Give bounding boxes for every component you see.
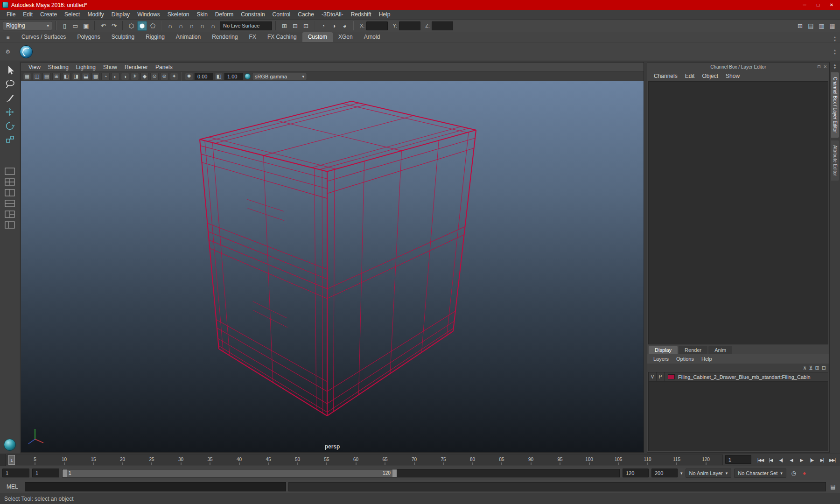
- menu-control[interactable]: Control: [269, 10, 294, 19]
- script-editor-icon[interactable]: ▤: [828, 482, 838, 491]
- playback-end-field[interactable]: 120: [623, 469, 649, 477]
- scroll-down-icon[interactable]: ▼: [833, 52, 837, 55]
- sidebar-tab-channel-box-layer-editor[interactable]: Channel Box / Layer Editor: [831, 72, 839, 138]
- menu-help[interactable]: Help: [375, 10, 394, 19]
- create-empty-layer-icon[interactable]: ⊞: [815, 365, 819, 371]
- layer-menu-layers[interactable]: Layers: [650, 356, 672, 362]
- layout-three-pane-split[interactable]: [3, 210, 17, 219]
- channel-box-menu-show[interactable]: Show: [722, 72, 743, 80]
- current-frame-field[interactable]: 1: [725, 455, 751, 464]
- camera-attributes-icon[interactable]: ▤: [42, 73, 51, 80]
- shelf-tab-animation[interactable]: Animation: [170, 32, 206, 42]
- layout-single-pane[interactable]: [3, 167, 17, 176]
- gamma-icon[interactable]: ◧: [215, 73, 223, 80]
- playback-start-field[interactable]: 1: [32, 469, 59, 477]
- menu-edit[interactable]: Edit: [19, 10, 36, 19]
- shelf-scrollers[interactable]: ▲ ▼: [830, 49, 840, 55]
- viewport-menu-lighting[interactable]: Lighting: [72, 63, 99, 71]
- film-gate-icon[interactable]: ◔: [101, 73, 110, 80]
- exposure-icon[interactable]: ✹: [185, 73, 193, 80]
- snap-to-curve-icon[interactable]: ∩: [176, 21, 186, 31]
- two-d-pan-zoom-icon[interactable]: ◨: [72, 73, 80, 80]
- menu-select[interactable]: Select: [61, 10, 84, 19]
- scale-tool[interactable]: [2, 133, 17, 147]
- new-scene-icon[interactable]: ▯: [60, 21, 70, 31]
- shelf-tab-rendering[interactable]: Rendering: [206, 32, 243, 42]
- character-set-dropdown[interactable]: No Character Set ▾: [734, 469, 786, 478]
- layer-playback-toggle[interactable]: P: [657, 372, 665, 381]
- layer-menu-help[interactable]: Help: [698, 356, 716, 362]
- layer-menu-options[interactable]: Options: [672, 356, 698, 362]
- layer-visibility-toggle[interactable]: V: [649, 372, 657, 381]
- shelf-tab-fx[interactable]: FX: [244, 32, 262, 42]
- screen-space-ao-icon[interactable]: ⊙: [150, 73, 159, 80]
- layout-outliner-persp[interactable]: [3, 220, 17, 230]
- shelf-gear-icon[interactable]: ⚙: [0, 42, 16, 61]
- command-input[interactable]: [25, 482, 286, 491]
- shelf-tab-polygons[interactable]: Polygons: [71, 32, 105, 42]
- rotate-tool[interactable]: [2, 119, 17, 133]
- shelf-tab-curves-surfaces[interactable]: Curves / Surfaces: [16, 32, 71, 42]
- move-layer-up-icon[interactable]: ⊼: [803, 365, 806, 371]
- layout-four-pane[interactable]: [3, 177, 17, 187]
- exposure-field[interactable]: 0.00: [195, 73, 213, 80]
- auto-keyframe-toggle-icon[interactable]: ●: [800, 469, 809, 478]
- redo-icon[interactable]: ↷: [109, 21, 119, 31]
- layer-row[interactable]: V P Filing_Cabinet_2_Drawer_Blue_mb_stan…: [649, 372, 828, 382]
- timeline-playhead[interactable]: 1: [8, 455, 15, 465]
- live-surface-field[interactable]: No Live Surface: [220, 21, 272, 30]
- gate-mask-icon[interactable]: ◑: [121, 73, 129, 80]
- play-forwards-button[interactable]: ▶: [797, 455, 806, 464]
- menu-create[interactable]: Create: [36, 10, 61, 19]
- y-input[interactable]: [399, 21, 420, 30]
- gamma-field[interactable]: 1.00: [224, 73, 243, 80]
- construction-history-icon[interactable]: ⊡: [301, 21, 311, 31]
- animation-start-field[interactable]: 1: [2, 469, 29, 477]
- menu-skeleton[interactable]: Skeleton: [164, 10, 193, 19]
- lock-camera-icon[interactable]: ◫: [33, 73, 41, 80]
- snap-to-grid-icon[interactable]: ∩: [165, 21, 175, 31]
- menu-skin[interactable]: Skin: [193, 10, 211, 19]
- color-management-icon[interactable]: [245, 73, 251, 79]
- channel-box-menu-object[interactable]: Object: [698, 72, 722, 80]
- play-backwards-button[interactable]: ◀: [786, 455, 796, 464]
- sidebar-tab-attribute-editor[interactable]: Attribute Editor: [831, 140, 839, 181]
- channel-box-menu-edit[interactable]: Edit: [681, 72, 699, 80]
- paint-select-tool[interactable]: [2, 91, 17, 105]
- grease-pencil-icon[interactable]: ⬓: [82, 73, 90, 80]
- go-to-start-button[interactable]: |◀◀: [756, 455, 765, 464]
- render-settings-icon[interactable]: ◕: [340, 21, 350, 31]
- z-input[interactable]: [432, 21, 453, 30]
- channel-box-toggle-icon[interactable]: ▥: [817, 21, 826, 31]
- multisampling-icon[interactable]: ✦: [170, 73, 178, 80]
- snap-to-point-icon[interactable]: ∩: [187, 21, 196, 31]
- range-slider-bar[interactable]: 1 120: [63, 469, 397, 477]
- lighting-toggle-icon[interactable]: ☀: [131, 73, 139, 80]
- restore-button[interactable]: □: [812, 1, 824, 9]
- menu-deform[interactable]: Deform: [211, 10, 237, 19]
- go-to-end-button[interactable]: ▶▶|: [827, 455, 837, 464]
- view-transform-dropdown[interactable]: sRGB gamma ▾: [252, 73, 307, 80]
- create-layer-from-selected-icon[interactable]: ⊟: [822, 365, 826, 371]
- motion-blur-icon[interactable]: ⊚: [160, 73, 168, 80]
- command-language-label[interactable]: MEL: [2, 483, 22, 490]
- minimize-button[interactable]: ─: [798, 1, 811, 9]
- image-plane-icon[interactable]: ◧: [62, 73, 70, 80]
- anim-layer-dropdown[interactable]: No Anim Layer ▾: [686, 469, 732, 478]
- chevron-down-icon[interactable]: ▾: [680, 471, 683, 476]
- scroll-up-icon[interactable]: ▲: [833, 35, 837, 39]
- make-live-icon[interactable]: ∩: [208, 21, 218, 31]
- step-forward-frame-button[interactable]: |▶: [807, 455, 817, 464]
- select-tool[interactable]: [2, 63, 17, 77]
- range-end-handle[interactable]: [392, 469, 397, 477]
- viewport-menu-view[interactable]: View: [25, 63, 44, 71]
- menu-file[interactable]: File: [3, 10, 19, 19]
- open-render-view-icon[interactable]: ◔: [318, 21, 328, 31]
- outliner-toggle-icon[interactable]: ▤: [806, 21, 816, 31]
- move-layer-down-icon[interactable]: ⊻: [809, 365, 813, 371]
- layer-color-swatch[interactable]: [668, 374, 675, 379]
- playback-options-icon[interactable]: ◷: [789, 469, 798, 478]
- sidebar-scrollers[interactable]: ▲▼: [833, 63, 837, 70]
- menu-cache[interactable]: Cache: [294, 10, 318, 19]
- show-grid-toggle-icon[interactable]: ⊞: [795, 21, 805, 31]
